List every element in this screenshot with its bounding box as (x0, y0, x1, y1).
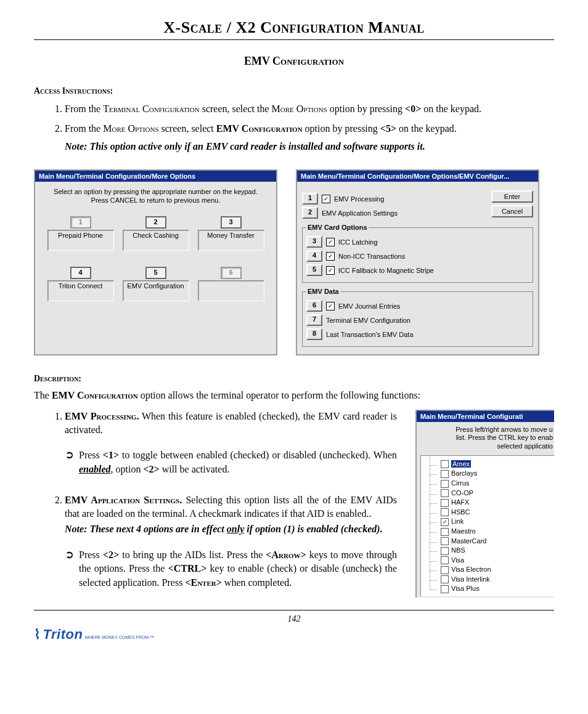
checkbox-icon[interactable]: ✓ (322, 195, 330, 203)
checkbox-icon[interactable] (441, 470, 449, 478)
aid-item[interactable]: Cirrus (438, 479, 554, 489)
access-note: Note: This option active only if an EMV … (65, 141, 554, 152)
aid-item[interactable]: Amex (438, 460, 554, 469)
row-emv-app-settings[interactable]: 2 EMV Application Settings (302, 207, 486, 219)
section-title: EMV Configuration (34, 55, 554, 68)
prompt-text: Select an option by pressing the appropr… (40, 188, 271, 205)
arrow-icon: ➲ (65, 448, 74, 476)
access-step-1: From the Terminal Configuration screen, … (65, 102, 554, 116)
screenshot-aids-list: Main Menu/Terminal Configurati Press lef… (415, 410, 554, 598)
aid-item[interactable]: HAFX (438, 498, 554, 508)
group-emv-data: EMV Data 6 ✓ EMV Journal Entries 7 Termi… (302, 288, 533, 347)
row-icc-latching[interactable]: 3 ✓ ICC Latching (306, 236, 529, 248)
description-lead: The EMV Configuration option allows the … (34, 390, 554, 401)
func-2: EMV Application Settings. Selecting this… (65, 493, 397, 536)
aid-item[interactable]: MasterCard (438, 537, 554, 546)
aid-item[interactable]: Visa (438, 556, 554, 566)
func-1-action: ➲ Press <1> to toggle between enabled (c… (65, 448, 397, 476)
row-non-icc[interactable]: 4 ✓ Non-ICC Transactions (306, 250, 529, 262)
brand-logo-icon: ⌇ (34, 627, 41, 643)
aid-tree[interactable]: AmexBarclaysCirrusCO-OPHAFXHSBC✓LinkMaes… (425, 460, 554, 594)
row-emv-processing[interactable]: 1 ✓ EMV Processing (302, 193, 486, 205)
aid-item[interactable]: CO-OP (438, 489, 554, 498)
aid-item[interactable]: Barclays (438, 469, 554, 479)
access-instructions-list: From the Terminal Configuration screen, … (34, 102, 554, 135)
aid-item[interactable]: NBS (438, 546, 554, 556)
checkbox-icon[interactable]: ✓ (326, 302, 335, 310)
window-title: Main Menu/Terminal Configurati (417, 411, 554, 422)
checkbox-icon[interactable] (441, 566, 449, 574)
aid-item[interactable]: Visa Plus (438, 584, 554, 594)
checkbox-icon[interactable] (441, 547, 449, 555)
row-journal[interactable]: 6 ✓ EMV Journal Entries (306, 300, 529, 312)
brand-logo: ⌇ Triton WHERE MONEY COMES FROM.™ (34, 627, 554, 643)
top-rule (34, 39, 554, 40)
checkbox-icon[interactable] (441, 460, 449, 468)
checkbox-icon[interactable] (441, 508, 449, 516)
arrow-icon: ➲ (65, 548, 74, 590)
checkbox-icon[interactable] (441, 489, 449, 497)
option-3[interactable]: 3 Money Transfer (198, 216, 264, 251)
checkbox-icon[interactable]: ✓ (326, 238, 335, 246)
checkbox-icon[interactable]: ✓ (326, 266, 335, 275)
screenshot-more-options: Main Menu/Terminal Configuration/More Op… (34, 169, 277, 355)
row-last-tx[interactable]: 8 Last Transaction's EMV Data (306, 328, 529, 340)
access-step-2: From the More Options screen, select EMV… (65, 122, 554, 136)
window-title: Main Menu/Terminal Configuration/More Op… (35, 171, 276, 182)
func-1: EMV Processing. When this feature is ena… (65, 410, 397, 436)
func-2-action: ➲ Press <2> to bring up the AIDs list. P… (65, 548, 397, 590)
checkbox-icon[interactable] (441, 556, 449, 564)
access-instructions-label: Access Instructions: (34, 86, 554, 96)
bottom-rule (34, 610, 554, 611)
aid-item[interactable]: Visa Electron (438, 565, 554, 575)
aid-item[interactable]: Maestro (438, 527, 554, 537)
aid-item[interactable]: ✓Link (438, 517, 554, 527)
checkbox-icon[interactable] (441, 585, 449, 593)
window-title: Main Menu/Terminal Configuration/More Op… (297, 171, 538, 182)
aid-item[interactable]: Visa Interlink (438, 575, 554, 585)
enter-button[interactable]: Enter (491, 190, 533, 203)
aid-item[interactable]: HSBC (438, 508, 554, 517)
option-6[interactable]: 6 (198, 267, 264, 301)
row-terminal-emv[interactable]: 7 Terminal EMV Configuration (306, 314, 529, 326)
functions-list-2: EMV Application Settings. Selecting this… (34, 493, 397, 536)
checkbox-icon[interactable]: ✓ (326, 252, 335, 261)
row-icc-fallback[interactable]: 5 ✓ ICC Fallback to Magnetic Stripe (306, 264, 529, 276)
functions-list: EMV Processing. When this feature is ena… (34, 410, 397, 436)
group-emv-card-options: EMV Card Options 3 ✓ ICC Latching 4 ✓ No… (302, 224, 533, 283)
screenshot-emv-config: Main Menu/Terminal Configuration/More Op… (296, 169, 539, 355)
option-5[interactable]: 5 EMV Configuration (123, 267, 189, 301)
description-label: Description: (34, 374, 554, 384)
option-4[interactable]: 4 Triton Connect (47, 267, 114, 301)
cancel-button[interactable]: Cancel (491, 205, 533, 217)
page-number: 142 (34, 614, 554, 624)
checkbox-icon[interactable]: ✓ (441, 518, 449, 526)
checkbox-icon[interactable] (441, 528, 449, 536)
checkbox-icon[interactable] (441, 499, 449, 507)
checkbox-icon[interactable] (441, 575, 449, 583)
checkbox-icon[interactable] (441, 480, 449, 488)
prompt-text: Press left/right arrows to move u list. … (420, 426, 554, 450)
doc-title: X-Scale / X2 Configuration Manual (34, 18, 554, 37)
checkbox-icon[interactable] (441, 537, 449, 545)
option-2[interactable]: 2 Check Cashing (123, 216, 189, 251)
option-1[interactable]: 1 Prepaid Phone (47, 216, 114, 251)
